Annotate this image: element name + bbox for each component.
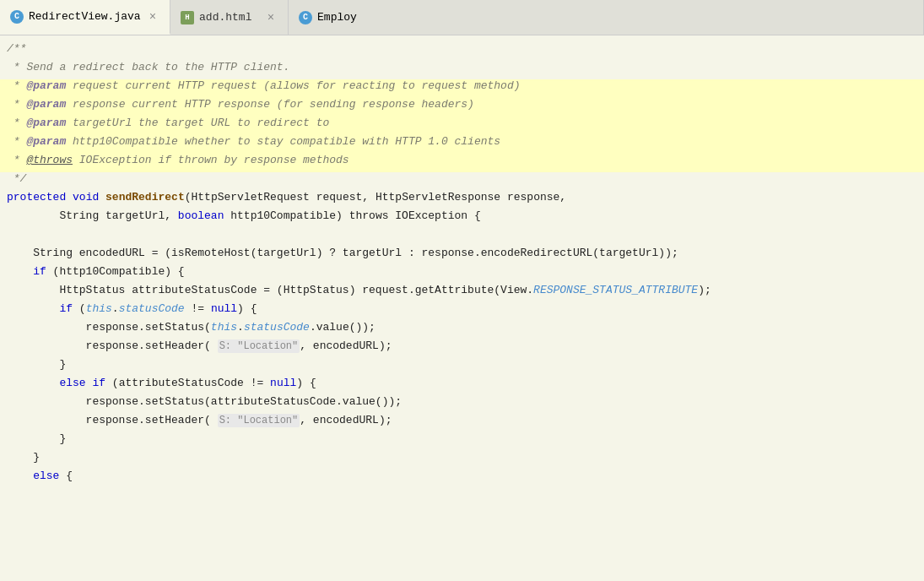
code-plain: ); [698, 284, 711, 296]
code-comment: /** [7, 42, 26, 55]
code-line [0, 228, 924, 247]
code-plain: protected [7, 191, 66, 204]
code-line: if ( this . statusCode != null ) { [0, 302, 924, 321]
tab-employ-icon: C [299, 11, 312, 24]
code-plain [99, 191, 105, 204]
tab-employ[interactable]: C Employ [289, 0, 924, 35]
code-line: else { [0, 470, 924, 488]
code-comment: * @param http10Compatible whether to sta… [7, 135, 500, 148]
code-plain: response.setStatus(attributeStatusCode.v… [7, 395, 402, 408]
code-line: response.setStatus( this . statusCode .v… [0, 321, 924, 339]
code-line: response.setHeader( S: "Location", encod… [0, 414, 924, 432]
code-line: } [0, 451, 924, 470]
tab-add-label: add.html [199, 11, 251, 24]
code-plain: { [59, 470, 73, 482]
tab-add-close[interactable]: × [264, 9, 278, 26]
tab-redirect[interactable]: C RedirectView.java × [0, 0, 170, 35]
code-throws: throws [349, 209, 389, 222]
code-string: S: "Location" [218, 414, 300, 427]
code-comment: * @param request current HTTP request (a… [7, 79, 521, 92]
code-plain: void [73, 191, 99, 204]
code-constant: RESPONSE_STATUS_ATTRIBUTE [533, 284, 698, 296]
code-field: statusCode [244, 321, 310, 334]
code-plain: } [7, 358, 66, 371]
code-line: } [0, 358, 924, 377]
code-plain: (HttpServletRequest request, HttpServlet… [185, 191, 566, 204]
code-field: this [86, 302, 112, 315]
code-line: HttpStatus attributeStatusCode = (HttpSt… [0, 284, 924, 302]
code-keyword: null [270, 377, 296, 389]
code-keyword: null [211, 302, 237, 315]
tab-add[interactable]: H add.html × [170, 0, 289, 35]
code-plain: , encodedURL); [300, 339, 392, 352]
code-plain: ( [73, 302, 86, 315]
code-plain: IOException { [389, 209, 481, 222]
code-field: this [211, 321, 237, 334]
code-line: response.setHeader( S: "Location", encod… [0, 339, 924, 358]
code-line: /** [0, 42, 924, 61]
code-line: } [0, 432, 924, 451]
code-plain: HttpStatus attributeStatusCode = (HttpSt… [7, 284, 533, 296]
tab-redirect-label: RedirectView.java [29, 10, 141, 23]
code-line: * @param request current HTTP request (a… [0, 79, 924, 98]
code-line: String encodedURL = (isRemoteHost(target… [0, 247, 924, 265]
code-method: sendRedirect [105, 191, 185, 204]
tab-redirect-close[interactable]: × [146, 8, 159, 25]
code-line: if (http10Compatible) { [0, 265, 924, 284]
code-plain [66, 191, 73, 204]
code-line: * @throws IOException if thrown by respo… [0, 154, 924, 172]
code-line: else if (attributeStatusCode != null ) { [0, 377, 924, 395]
code-plain: (http10Compatible) { [46, 265, 185, 278]
code-keyword: boolean [178, 209, 224, 222]
code-comment: * @throws IOException if thrown by respo… [7, 154, 349, 166]
code-plain: . [112, 302, 119, 315]
code-comment: * @param response current HTTP response … [7, 98, 474, 111]
code-line: * @param http10Compatible whether to sta… [0, 135, 924, 154]
code-line: * Send a redirect back to the HTTP clien… [0, 61, 924, 79]
code-plain: (attributeStatusCode != [105, 377, 270, 389]
code-line: */ [0, 172, 924, 191]
code-line: protected void sendRedirect (HttpServlet… [0, 191, 924, 209]
code-keyword: else if [7, 377, 105, 389]
tab-html-icon: H [181, 11, 194, 24]
code-plain: } [7, 432, 66, 445]
code-plain: http10Compatible) [224, 209, 349, 222]
code-plain: response.setStatus( [7, 321, 211, 334]
code-plain: String targetUrl, [7, 209, 178, 222]
code-plain: ) { [296, 377, 316, 389]
code-plain: String encodedURL = (isRemoteHost(target… [7, 247, 678, 259]
code-keyword: else [7, 470, 59, 482]
code-plain: response.setHeader( [7, 414, 218, 426]
code-keyword: if [7, 302, 73, 315]
code-comment: * Send a redirect back to the HTTP clien… [7, 61, 289, 73]
code-area: /** * Send a redirect back to the HTTP c… [0, 35, 924, 581]
code-comment: * @param targetUrl the target URL to red… [7, 117, 329, 129]
code-plain: response.setHeader( [7, 339, 218, 352]
code-line: String targetUrl, boolean http10Compatib… [0, 209, 924, 228]
code-line: response.setStatus(attributeStatusCode.v… [0, 395, 924, 414]
code-keyword: if [7, 265, 46, 278]
code-plain: . [237, 321, 244, 334]
code-line: * @param targetUrl the target URL to red… [0, 117, 924, 135]
code-line: * @param response current HTTP response … [0, 98, 924, 117]
tab-bar: C RedirectView.java × H add.html × C Emp… [0, 0, 924, 35]
code-field: statusCode [119, 302, 185, 315]
code-plain: } [7, 451, 40, 464]
tab-java-icon: C [10, 10, 24, 24]
code-string: S: "Location" [218, 339, 300, 353]
code-plain: != [185, 302, 211, 315]
code-comment: */ [7, 172, 26, 185]
code-plain: , encodedURL); [300, 414, 392, 426]
code-plain: ) { [237, 302, 257, 315]
tab-employ-label: Employ [317, 11, 357, 24]
code-plain: .value()); [310, 321, 376, 334]
